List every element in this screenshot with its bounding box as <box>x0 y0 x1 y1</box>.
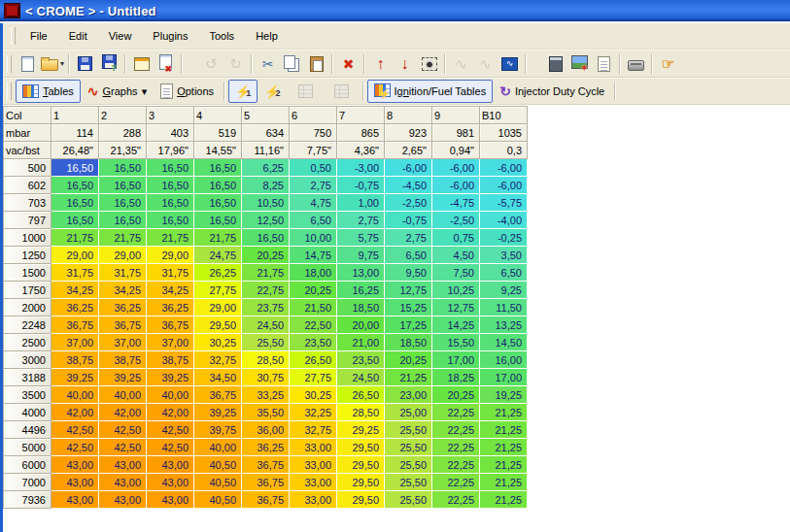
dropdown-caret-icon[interactable]: ▾ <box>142 85 148 98</box>
grid-cell[interactable]: 21,75 <box>242 264 290 282</box>
grid-cell[interactable]: 32,25 <box>290 404 337 421</box>
grid-cell[interactable]: 40,50 <box>194 491 242 509</box>
grid-cell[interactable]: 23,50 <box>337 351 385 369</box>
grid-cell[interactable]: 16,50 <box>147 159 194 177</box>
grid-cell[interactable]: 40,00 <box>52 386 99 404</box>
grid-cell[interactable]: -0,25 <box>480 229 528 247</box>
grid-cell[interactable]: 22,25 <box>432 421 480 439</box>
grid-cell[interactable]: 25,50 <box>385 474 432 491</box>
grid-cell[interactable]: 36,25 <box>147 299 194 316</box>
grid-cell[interactable]: 16,25 <box>337 282 385 299</box>
grid-cell[interactable]: 21,00 <box>337 334 385 351</box>
grid-cell[interactable]: 29,50 <box>337 491 385 509</box>
grid-cell[interactable]: 30,25 <box>290 386 337 404</box>
grid-cell[interactable]: 22,50 <box>290 316 337 334</box>
grid-cell[interactable]: 42,50 <box>99 439 147 456</box>
rpm-row-header[interactable]: 2500 <box>4 334 52 351</box>
grid-cell[interactable]: 43,00 <box>147 491 194 509</box>
grid-cell[interactable]: 42,50 <box>52 439 99 456</box>
grid-cell[interactable]: 34,50 <box>194 369 242 386</box>
grid-cell[interactable]: 18,50 <box>385 334 432 351</box>
grid-cell[interactable]: 36,25 <box>99 299 147 316</box>
grid-cell[interactable]: 6,50 <box>290 212 337 229</box>
grid-cell[interactable]: 39,25 <box>147 369 194 386</box>
grid-cell[interactable]: 10,25 <box>432 282 480 299</box>
grid-cell[interactable]: -5,75 <box>480 194 528 212</box>
upload-to-ecu-button[interactable] <box>129 52 154 76</box>
rpm-row-header[interactable]: 4000 <box>4 404 52 421</box>
grid-cell[interactable]: 31,75 <box>147 264 194 282</box>
grid-cell[interactable]: 14,75 <box>290 247 337 264</box>
grid-cell[interactable]: 21,75 <box>99 229 147 247</box>
grid-cell[interactable]: -4,75 <box>432 194 480 212</box>
rpm-row-header[interactable]: 3188 <box>4 369 52 386</box>
grid-cell[interactable]: 14,50 <box>480 334 528 351</box>
grid-cell[interactable]: 10,50 <box>242 194 290 212</box>
grid-cell[interactable]: 27,75 <box>290 369 337 386</box>
grid-cell[interactable]: 39,75 <box>194 421 242 439</box>
grid-cell[interactable]: 29,50 <box>194 316 242 334</box>
grid-cell[interactable]: 28,50 <box>242 351 290 369</box>
grid-cell[interactable]: 16,50 <box>99 212 147 229</box>
grid-cell[interactable]: 43,00 <box>52 456 99 474</box>
options-button[interactable]: Options <box>154 80 221 103</box>
grid-cell[interactable]: 31,75 <box>52 264 99 282</box>
grid-cell[interactable]: -6,00 <box>432 159 480 177</box>
grid-cell[interactable]: 33,00 <box>290 491 337 509</box>
grid-cell[interactable]: 40,00 <box>194 439 242 456</box>
rpm-row-header[interactable]: 500 <box>4 159 52 177</box>
col-header-4[interactable]: 4 <box>194 107 242 124</box>
move-down-button[interactable]: ↓ <box>393 52 417 76</box>
grid-cell[interactable]: 42,50 <box>147 421 194 439</box>
grid-cell[interactable]: 33,00 <box>290 456 337 474</box>
graph-3d-button[interactable]: ∿ <box>498 52 522 76</box>
col-header-7[interactable]: 7 <box>337 107 385 124</box>
grid-cell[interactable]: 42,50 <box>99 421 147 439</box>
grid-cell[interactable]: -6,00 <box>385 159 432 177</box>
grid-cell[interactable]: 11,50 <box>480 299 528 316</box>
grid-cell[interactable]: 16,00 <box>480 351 528 369</box>
rpm-row-header[interactable]: 2248 <box>4 316 52 334</box>
grid-cell[interactable]: 26,50 <box>337 386 385 404</box>
delete-button[interactable]: ✖ <box>336 52 361 76</box>
grid-cell[interactable]: 10,00 <box>290 229 337 247</box>
grid-cell[interactable]: 12,75 <box>385 282 432 299</box>
grid-cell[interactable]: 21,25 <box>480 491 528 509</box>
close-file-button[interactable]: ✖ <box>154 52 178 76</box>
move-up-button[interactable]: ↑ <box>368 52 393 76</box>
grid-cell[interactable]: 42,00 <box>147 404 194 421</box>
grid-cell[interactable]: 23,50 <box>290 334 337 351</box>
grid-cell[interactable]: 38,75 <box>52 351 99 369</box>
grid-cell[interactable]: 7,50 <box>432 264 480 282</box>
rpm-row-header[interactable]: 7000 <box>4 474 52 491</box>
grid-cell[interactable]: 0,50 <box>290 159 337 177</box>
grid-cell[interactable]: 29,00 <box>194 299 242 316</box>
grid-cell[interactable]: 19,25 <box>480 386 528 404</box>
grid-cell[interactable]: 22,25 <box>432 474 480 491</box>
rpm-row-header[interactable]: 1750 <box>4 282 52 299</box>
menu-view[interactable]: View <box>98 26 143 46</box>
grid-cell[interactable]: 21,25 <box>480 456 528 474</box>
grid-cell[interactable]: 37,00 <box>52 334 99 351</box>
grid-cell[interactable]: 0,75 <box>432 229 480 247</box>
grid-cell[interactable]: 29,50 <box>337 439 385 456</box>
grid-cell[interactable]: 16,50 <box>194 177 242 194</box>
dropdown-caret-icon[interactable]: ▾ <box>60 59 64 68</box>
grid-cell[interactable]: 33,25 <box>242 386 290 404</box>
rpm-row-header[interactable]: 3000 <box>4 351 52 369</box>
save-button[interactable] <box>73 52 97 76</box>
grid-cell[interactable]: 33,00 <box>290 474 337 491</box>
rpm-row-header[interactable]: 2000 <box>4 299 52 316</box>
menu-tools[interactable]: Tools <box>198 26 245 46</box>
hand-datalog-button[interactable]: ☞ <box>656 52 680 76</box>
grid-cell[interactable]: 13,25 <box>480 316 528 334</box>
grid-cell[interactable]: -3,00 <box>337 159 385 177</box>
grid-cell[interactable]: 21,75 <box>194 229 242 247</box>
grid-cell[interactable]: 16,50 <box>194 212 242 229</box>
grid-cell[interactable]: 27,75 <box>194 282 242 299</box>
grid-cell[interactable]: 34,25 <box>147 282 194 299</box>
grid-cell[interactable]: 36,75 <box>194 386 242 404</box>
grid-cell[interactable]: 42,50 <box>147 439 194 456</box>
rpm-row-header[interactable]: 1250 <box>4 247 52 264</box>
grid-cell[interactable]: 17,00 <box>432 351 480 369</box>
